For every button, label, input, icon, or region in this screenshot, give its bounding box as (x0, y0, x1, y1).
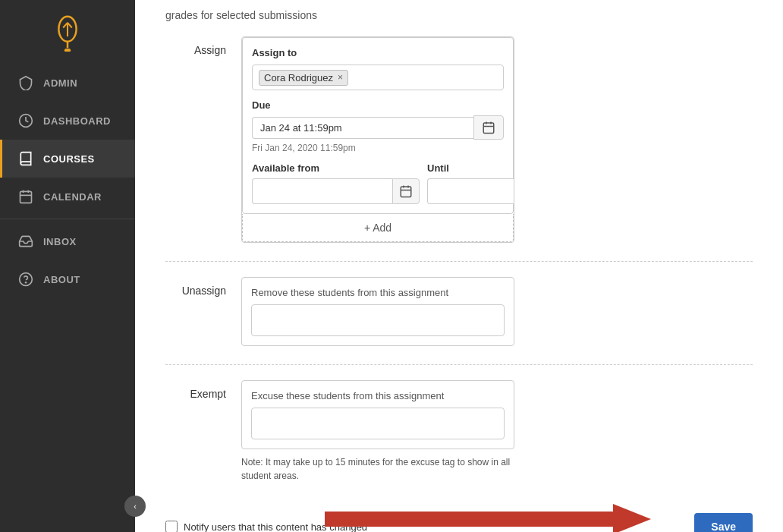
book-icon (17, 150, 34, 167)
sidebar-item-calendar-label: CALENDAR (43, 191, 102, 203)
sidebar-item-admin[interactable]: ADMIN (0, 64, 135, 102)
assign-to-label: Assign to (252, 47, 504, 58)
assignee-tag: Cora Rodriguez × (259, 70, 348, 86)
arrow-overlay (325, 501, 651, 532)
until-col: Until (427, 162, 514, 204)
svg-rect-13 (483, 123, 494, 134)
sidebar-item-about-label: ABOUT (43, 274, 80, 285)
gauge-icon (17, 112, 34, 129)
section-divider-2 (165, 364, 753, 365)
sidebar-collapse-button[interactable]: ‹ (124, 496, 146, 517)
top-text: grades for selected submissions (165, 0, 753, 21)
assignee-tag-name: Cora Rodriguez (264, 72, 333, 83)
unassign-section: Unassign Remove these students from this… (165, 277, 753, 346)
logo-area (0, 0, 135, 64)
available-row: Available from (252, 162, 504, 204)
sidebar-item-admin-label: ADMIN (43, 77, 77, 89)
inbox-icon (17, 233, 34, 250)
assign-content: Assign to Cora Rodriguez × Due (241, 36, 514, 243)
sidebar-item-dashboard[interactable]: DASHBOARD (0, 102, 135, 140)
save-button-label: Save (711, 521, 736, 532)
shield-icon (17, 74, 34, 91)
exempt-note: Note: It may take up to 15 minutes for t… (241, 455, 514, 483)
notify-label: Notify users that this content has chang… (184, 521, 367, 533)
svg-point-5 (64, 49, 71, 52)
until-label: Until (427, 162, 514, 174)
sidebar-item-dashboard-label: DASHBOARD (43, 115, 111, 127)
sidebar-item-inbox-label: INBOX (43, 236, 77, 247)
until-input[interactable] (427, 178, 514, 204)
calendar-icon-due (482, 121, 495, 134)
add-button-label: + Add (364, 222, 392, 234)
due-date-row (252, 115, 504, 140)
bottom-bar: Notify users that this content has chang… (165, 501, 753, 532)
sidebar: ADMIN DASHBOARD COURSES (0, 0, 135, 532)
sidebar-item-about[interactable]: ABOUT (0, 260, 135, 298)
available-from-label: Available from (252, 162, 420, 174)
exempt-box: Excuse these students from this assignme… (241, 380, 514, 449)
section-divider-1 (165, 261, 753, 262)
unassign-content: Remove these students from this assignme… (241, 277, 514, 346)
sidebar-item-courses[interactable]: COURSES (0, 140, 135, 178)
exempt-label: Exempt (165, 380, 226, 400)
due-label: Due (252, 99, 504, 111)
sidebar-item-courses-label: COURSES (43, 153, 95, 165)
exempt-content: Excuse these students from this assignme… (241, 380, 514, 483)
assign-to-input-area[interactable]: Cora Rodriguez × (252, 65, 504, 90)
calendar-icon (17, 188, 34, 205)
main-content: grades for selected submissions Assign A… (135, 0, 783, 532)
unassign-label: Unassign (165, 277, 226, 297)
unassign-description: Remove these students from this assignme… (251, 287, 505, 298)
until-input-row (427, 178, 514, 204)
calendar-icon-from (399, 184, 413, 198)
due-date-hint: Fri Jan 24, 2020 11:59pm (252, 143, 504, 153)
unassign-input[interactable] (251, 304, 505, 336)
exempt-description: Excuse these students from this assignme… (251, 390, 505, 401)
assign-box: Assign to Cora Rodriguez × Due (241, 36, 514, 243)
assign-label: Assign (165, 36, 226, 56)
assign-section: Assign Assign to Cora Rodriguez × Due (165, 36, 753, 243)
notify-checkbox[interactable] (165, 521, 178, 532)
app-logo (49, 15, 86, 52)
due-date-input[interactable] (252, 117, 473, 139)
assignee-tag-close[interactable]: × (338, 73, 343, 82)
exempt-input[interactable] (251, 408, 505, 439)
nav-list: ADMIN DASHBOARD COURSES (0, 64, 135, 532)
available-from-input-row (252, 178, 420, 204)
svg-rect-25 (325, 512, 613, 527)
svg-rect-7 (20, 191, 32, 203)
notify-row: Notify users that this content has chang… (165, 521, 367, 532)
available-from-input[interactable] (252, 178, 392, 204)
exempt-section: Exempt Excuse these students from this a… (165, 380, 753, 483)
sidebar-item-inbox[interactable]: INBOX (0, 222, 135, 260)
due-calendar-button[interactable] (473, 115, 504, 140)
svg-rect-17 (401, 187, 411, 197)
unassign-box: Remove these students from this assignme… (241, 277, 514, 346)
assign-inner: Assign to Cora Rodriguez × Due (242, 37, 514, 214)
add-button[interactable]: + Add (242, 214, 514, 242)
available-from-col: Available from (252, 162, 420, 204)
svg-marker-26 (613, 504, 651, 532)
sidebar-item-calendar[interactable]: CALENDAR (0, 178, 135, 216)
question-icon (17, 271, 34, 288)
nav-divider (0, 219, 135, 219)
available-from-calendar-button[interactable] (392, 178, 420, 204)
save-button[interactable]: Save (694, 513, 753, 532)
